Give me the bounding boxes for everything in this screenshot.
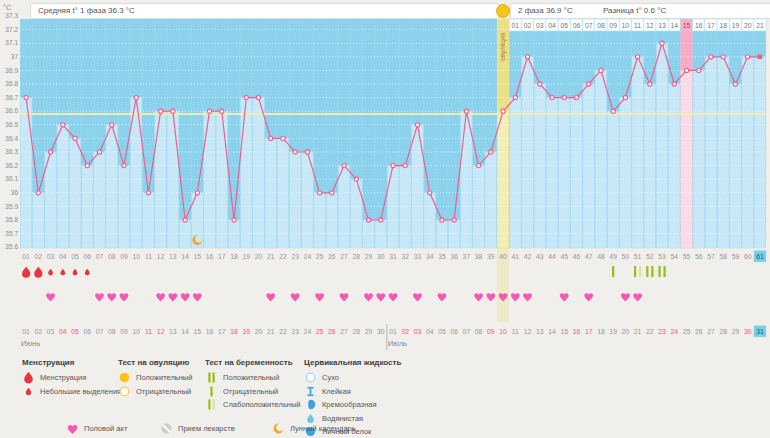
temperature-point[interactable] xyxy=(746,55,750,59)
temperature-point[interactable] xyxy=(171,109,175,113)
temperature-point[interactable] xyxy=(146,191,150,195)
temperature-point[interactable] xyxy=(733,82,737,86)
temperature-point[interactable] xyxy=(587,82,591,86)
temperature-point[interactable] xyxy=(318,191,322,195)
menstruation-heavy-marker[interactable] xyxy=(22,267,30,278)
temperature-point[interactable] xyxy=(220,109,224,113)
menstruation-light-marker[interactable] xyxy=(73,269,78,276)
intercourse-heart[interactable] xyxy=(474,293,483,301)
temperature-point[interactable] xyxy=(428,191,432,195)
intercourse-heart[interactable] xyxy=(376,293,385,301)
temperature-point[interactable] xyxy=(342,164,346,168)
temperature-point[interactable] xyxy=(269,136,273,140)
intercourse-heart[interactable] xyxy=(315,293,324,301)
cycle-day-number: 32 xyxy=(401,253,409,260)
intercourse-heart[interactable] xyxy=(438,293,447,301)
temperature-point[interactable] xyxy=(684,68,688,72)
intercourse-heart[interactable] xyxy=(181,293,190,301)
temperature-point[interactable] xyxy=(721,55,725,59)
intercourse-heart[interactable] xyxy=(523,293,532,301)
intercourse-heart[interactable] xyxy=(107,293,116,301)
temperature-point[interactable] xyxy=(366,218,370,222)
temperature-point[interactable] xyxy=(305,150,309,154)
temperature-point[interactable] xyxy=(403,164,407,168)
intercourse-heart[interactable] xyxy=(560,293,569,301)
intercourse-heart[interactable] xyxy=(46,293,55,301)
temperature-point[interactable] xyxy=(636,55,640,59)
intercourse-heart[interactable] xyxy=(389,293,398,301)
temperature-point[interactable] xyxy=(440,218,444,222)
temperature-point[interactable] xyxy=(550,96,554,100)
temperature-point[interactable] xyxy=(525,55,529,59)
temperature-point[interactable] xyxy=(36,191,40,195)
intercourse-heart[interactable] xyxy=(413,293,422,301)
date-number: 27 xyxy=(340,328,348,335)
temperature-point[interactable] xyxy=(110,123,114,127)
menstruation-light-marker[interactable] xyxy=(48,269,53,276)
temperature-point[interactable] xyxy=(660,41,664,45)
temperature-point[interactable] xyxy=(538,82,542,86)
temperature-point[interactable] xyxy=(122,164,126,168)
temperature-point[interactable] xyxy=(24,96,28,100)
temperature-point[interactable] xyxy=(256,96,260,100)
temperature-point[interactable] xyxy=(611,109,615,113)
intercourse-heart[interactable] xyxy=(486,293,495,301)
intercourse-heart[interactable] xyxy=(291,293,300,301)
temperature-point[interactable] xyxy=(97,150,101,154)
day-temp-bar xyxy=(559,98,570,248)
temperature-point[interactable] xyxy=(599,68,603,72)
temperature-point[interactable] xyxy=(281,136,285,140)
temperature-point[interactable] xyxy=(697,68,701,72)
intercourse-heart[interactable] xyxy=(621,293,630,301)
intercourse-heart[interactable] xyxy=(120,293,129,301)
temperature-point[interactable] xyxy=(477,164,481,168)
intercourse-heart[interactable] xyxy=(266,293,275,301)
temperature-point[interactable] xyxy=(48,150,52,154)
temperature-point[interactable] xyxy=(354,177,358,181)
menstruation-heavy-marker[interactable] xyxy=(34,267,42,278)
pregnancy-test-marker[interactable] xyxy=(612,266,614,277)
temperature-point[interactable] xyxy=(293,150,297,154)
temperature-point[interactable] xyxy=(513,96,517,100)
temperature-point[interactable] xyxy=(489,150,493,154)
intercourse-heart[interactable] xyxy=(633,293,642,301)
intercourse-heart[interactable] xyxy=(340,293,349,301)
temperature-point[interactable] xyxy=(452,218,456,222)
temperature-point[interactable] xyxy=(244,96,248,100)
temperature-point[interactable] xyxy=(379,218,383,222)
temperature-point-today[interactable] xyxy=(758,55,763,60)
intercourse-heart[interactable] xyxy=(168,293,177,301)
temperature-point[interactable] xyxy=(415,123,419,127)
intercourse-heart[interactable] xyxy=(156,293,165,301)
temperature-point[interactable] xyxy=(623,96,627,100)
intercourse-heart[interactable] xyxy=(511,293,520,301)
pregnancy-test-marker[interactable] xyxy=(646,266,653,277)
temperature-point[interactable] xyxy=(159,109,163,113)
temperature-point[interactable] xyxy=(183,218,187,222)
temperature-point[interactable] xyxy=(464,109,468,113)
pregnancy-test-marker[interactable] xyxy=(658,266,665,277)
intercourse-heart[interactable] xyxy=(364,293,373,301)
temperature-point[interactable] xyxy=(73,136,77,140)
temperature-point[interactable] xyxy=(562,96,566,100)
intercourse-heart[interactable] xyxy=(193,293,202,301)
intercourse-heart[interactable] xyxy=(95,293,104,301)
temperature-point[interactable] xyxy=(61,123,65,127)
temperature-point[interactable] xyxy=(672,82,676,86)
temperature-point[interactable] xyxy=(501,109,505,113)
menstruation-light-marker[interactable] xyxy=(85,269,90,276)
temperature-point[interactable] xyxy=(709,55,713,59)
temperature-point[interactable] xyxy=(134,96,138,100)
temperature-point[interactable] xyxy=(574,96,578,100)
temperature-point[interactable] xyxy=(195,191,199,195)
temperature-point[interactable] xyxy=(391,164,395,168)
date-number: 26 xyxy=(328,328,336,335)
temperature-point[interactable] xyxy=(207,109,211,113)
temperature-point[interactable] xyxy=(232,218,236,222)
temperature-point[interactable] xyxy=(85,164,89,168)
intercourse-heart[interactable] xyxy=(584,293,593,301)
temperature-point[interactable] xyxy=(648,82,652,86)
temperature-point[interactable] xyxy=(330,191,334,195)
menstruation-light-marker[interactable] xyxy=(60,269,65,276)
pregnancy-test-marker[interactable] xyxy=(634,266,641,277)
